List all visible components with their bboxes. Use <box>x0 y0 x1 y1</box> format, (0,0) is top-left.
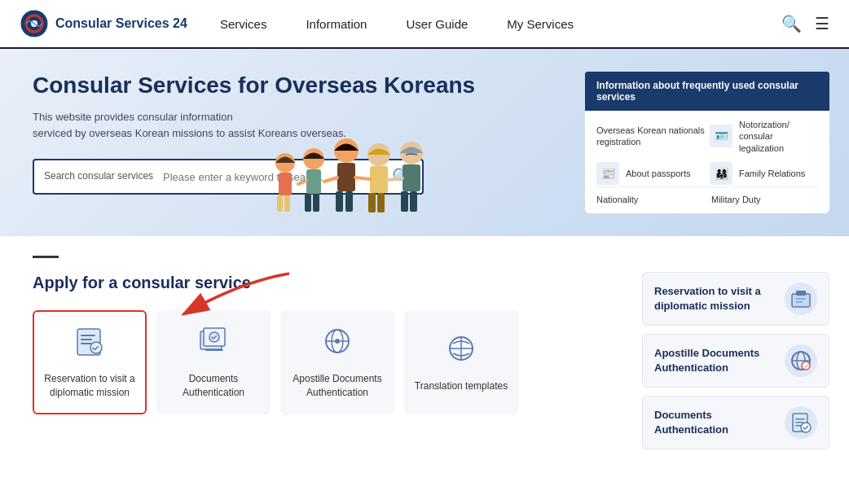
svg-point-40 <box>335 339 340 344</box>
info-card: Information about frequently used consul… <box>585 72 829 213</box>
svg-rect-6 <box>284 195 290 212</box>
hero-section: Consular Services for Overseas Koreans T… <box>0 49 849 236</box>
svg-rect-5 <box>277 195 283 212</box>
people-illustration <box>269 114 448 236</box>
family-icon: 👨‍👩‍👧 <box>710 162 732 185</box>
nav-my-services[interactable]: My Services <box>507 11 574 37</box>
info-label-family: Family Relations <box>739 168 805 179</box>
menu-icon[interactable]: ☰ <box>815 14 829 33</box>
section-title: Apply for a consular service <box>33 271 626 294</box>
service-card-label-3: Translation templates <box>415 379 508 393</box>
service-cards: Reservation to visit a diplomatic missio… <box>33 310 626 414</box>
nav-information[interactable]: Information <box>306 11 367 37</box>
info-card-header: Information about frequently used consul… <box>585 72 829 111</box>
service-card-label-1: Documents Authentication <box>166 372 261 400</box>
info-item-registration[interactable]: Overseas Korean nationals registration <box>596 119 705 154</box>
logo[interactable]: Consular Services 24 <box>20 9 187 38</box>
svg-rect-44 <box>792 294 810 307</box>
sidebar-card-label-1: Apostille Documents Authentication <box>654 346 776 375</box>
sidebar-card-icon-2 <box>785 406 817 439</box>
info-label-notorization: Notorization/ consular legalization <box>739 119 818 154</box>
notorization-icon: 🪪 <box>710 125 732 147</box>
info-military[interactable]: Military Duty <box>711 194 818 205</box>
svg-rect-10 <box>313 194 319 212</box>
service-card-reservation[interactable]: Reservation to visit a diplomatic missio… <box>33 310 147 414</box>
sidebar-card-1[interactable]: Apostille Documents Authentication ✓ <box>642 334 829 388</box>
svg-rect-36 <box>205 349 223 351</box>
svg-rect-8 <box>306 169 321 194</box>
svg-line-25 <box>355 177 370 179</box>
info-card-body: Overseas Korean nationals registration 🪪… <box>585 111 829 213</box>
info-item-family[interactable]: 👨‍👩‍👧 Family Relations <box>710 162 818 185</box>
svg-rect-14 <box>345 191 353 212</box>
svg-text:✓: ✓ <box>804 363 809 369</box>
svg-rect-9 <box>305 194 311 212</box>
svg-rect-12 <box>337 163 355 191</box>
svg-line-26 <box>388 178 403 180</box>
sidebar-card-icon-1: ✓ <box>785 344 817 377</box>
svg-rect-20 <box>403 164 420 191</box>
red-arrow <box>159 265 306 322</box>
svg-rect-18 <box>377 193 385 213</box>
sidebar-card-2[interactable]: Documents Authentication <box>642 396 829 449</box>
sidebar-card-label-0: Reservation to visit a diplomatic missio… <box>654 284 776 313</box>
svg-rect-16 <box>370 166 388 193</box>
svg-line-24 <box>324 177 337 182</box>
service-card-documents[interactable]: Documents Authentication <box>156 310 271 414</box>
info-label-registration: Overseas Korean nationals registration <box>596 125 705 148</box>
svg-rect-45 <box>796 291 806 296</box>
info-grid: Overseas Korean nationals registration 🪪… <box>596 119 818 185</box>
main-nav: Services Information User Guide My Servi… <box>220 11 781 37</box>
logo-text: Consular Services 24 <box>55 16 187 31</box>
translation-icon <box>445 332 477 371</box>
passports-icon: 📰 <box>596 162 619 185</box>
svg-line-23 <box>298 181 306 184</box>
service-card-label-0: Reservation to visit a diplomatic missio… <box>42 372 137 400</box>
sidebar-card-icon-0 <box>785 283 817 315</box>
search-label: Search consular services <box>44 170 153 183</box>
sidebar-card-label-2: Documents Authentication <box>654 408 776 437</box>
service-card-label-2: Apostille Documents Authentication <box>290 372 385 400</box>
sidebar-card-0[interactable]: Reservation to visit a diplomatic missio… <box>642 272 829 326</box>
main-content: Apply for a consular service <box>0 236 849 469</box>
search-icon[interactable]: 🔍 <box>781 14 802 33</box>
info-nationality[interactable]: Nationality <box>596 194 703 205</box>
hero-content: Consular Services for Overseas Koreans T… <box>33 72 569 213</box>
header-icons: 🔍 ☰ <box>781 14 829 33</box>
documents-icon <box>197 325 230 364</box>
svg-rect-17 <box>368 193 376 213</box>
apostille-icon <box>321 325 354 364</box>
info-item-passports[interactable]: 📰 About passports <box>596 162 705 185</box>
svg-rect-4 <box>279 173 292 195</box>
service-card-apostille[interactable]: Apostille Documents Authentication <box>280 310 394 414</box>
logo-icon <box>20 9 49 38</box>
svg-rect-30 <box>81 339 92 340</box>
reservation-icon <box>73 325 106 364</box>
nav-services[interactable]: Services <box>220 11 267 37</box>
info-bottom-row: Nationality Military Duty <box>596 194 818 205</box>
hero-title: Consular Services for Overseas Koreans <box>33 72 569 99</box>
svg-rect-13 <box>336 191 343 212</box>
svg-rect-54 <box>795 419 805 420</box>
svg-rect-22 <box>410 191 417 212</box>
info-card-title: Information about frequently used consul… <box>596 80 818 103</box>
svg-rect-21 <box>401 191 408 212</box>
info-item-notorization[interactable]: 🪪 Notorization/ consular legalization <box>710 119 818 154</box>
main-left: Apply for a consular service <box>33 256 626 449</box>
header: Consular Services 24 Services Informatio… <box>0 0 849 49</box>
info-divider <box>596 186 818 187</box>
svg-rect-55 <box>795 422 803 423</box>
info-label-military: Military Duty <box>711 194 761 205</box>
section-divider <box>33 256 59 258</box>
info-label-nationality: Nationality <box>596 194 638 205</box>
service-card-translation[interactable]: Translation templates <box>404 310 518 414</box>
nav-user-guide[interactable]: User Guide <box>406 11 468 37</box>
svg-rect-29 <box>81 335 95 336</box>
info-label-passports: About passports <box>626 168 691 179</box>
main-right-sidebar: Reservation to visit a diplomatic missio… <box>642 272 829 449</box>
